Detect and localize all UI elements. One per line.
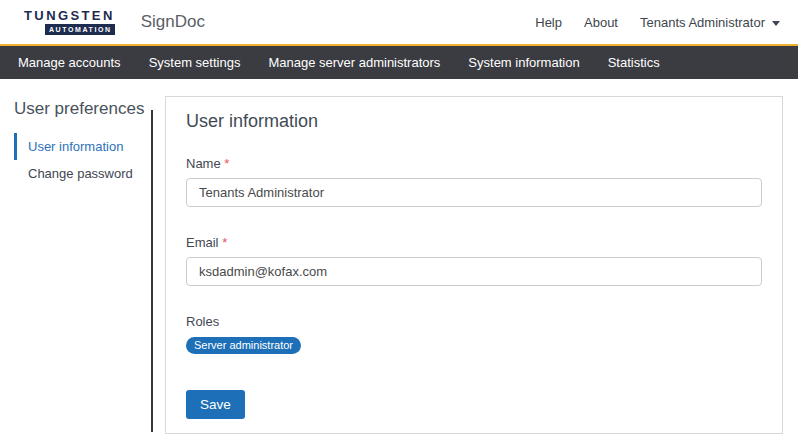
content-area: User preferences User information Change…	[0, 79, 798, 443]
name-field-group: Name *	[186, 156, 762, 207]
nav-item-statistics[interactable]: Statistics	[594, 55, 674, 70]
nav-item-system-settings[interactable]: System settings	[135, 55, 255, 70]
logo-automation-text: AUTOMATION	[45, 24, 115, 35]
chevron-down-icon	[772, 21, 780, 26]
email-input[interactable]	[186, 257, 762, 286]
required-asterisk: *	[224, 156, 229, 171]
name-label-text: Name	[186, 156, 221, 171]
nav-item-manage-server-administrators[interactable]: Manage server administrators	[254, 55, 454, 70]
main-nav: Manage accounts System settings Manage s…	[0, 46, 798, 79]
app-header: TUNGSTEN AUTOMATION SignDoc Help About T…	[0, 0, 798, 44]
email-label-text: Email	[186, 235, 219, 250]
roles-group: Roles Server administrator	[186, 314, 762, 354]
name-input[interactable]	[186, 178, 762, 207]
nav-item-system-information[interactable]: System information	[454, 55, 593, 70]
user-menu-dropdown[interactable]: Tenants Administrator	[640, 15, 780, 30]
roles-label: Roles	[186, 314, 762, 329]
sidebar-title: User preferences	[14, 99, 151, 119]
sidebar-divider	[151, 110, 153, 432]
sidebar-item-change-password[interactable]: Change password	[14, 160, 151, 187]
save-button[interactable]: Save	[186, 390, 245, 419]
sidebar-item-user-information[interactable]: User information	[14, 133, 151, 160]
logo-tungsten-text: TUNGSTEN	[24, 9, 115, 23]
header-links: Help About Tenants Administrator	[535, 15, 780, 30]
app-title: SignDoc	[141, 12, 205, 32]
sidebar: User preferences User information Change…	[0, 79, 151, 443]
nav-item-manage-accounts[interactable]: Manage accounts	[4, 55, 135, 70]
tungsten-automation-logo: TUNGSTEN AUTOMATION	[24, 9, 115, 35]
about-link[interactable]: About	[584, 15, 618, 30]
card-title: User information	[186, 111, 762, 132]
email-field-group: Email *	[186, 235, 762, 286]
user-information-card: User information Name * Email * Roles Se…	[165, 96, 783, 434]
name-label: Name *	[186, 156, 762, 171]
user-menu-label: Tenants Administrator	[640, 15, 765, 30]
required-asterisk: *	[222, 235, 227, 250]
role-badge-server-administrator: Server administrator	[186, 337, 301, 354]
email-label: Email *	[186, 235, 762, 250]
help-link[interactable]: Help	[535, 15, 562, 30]
